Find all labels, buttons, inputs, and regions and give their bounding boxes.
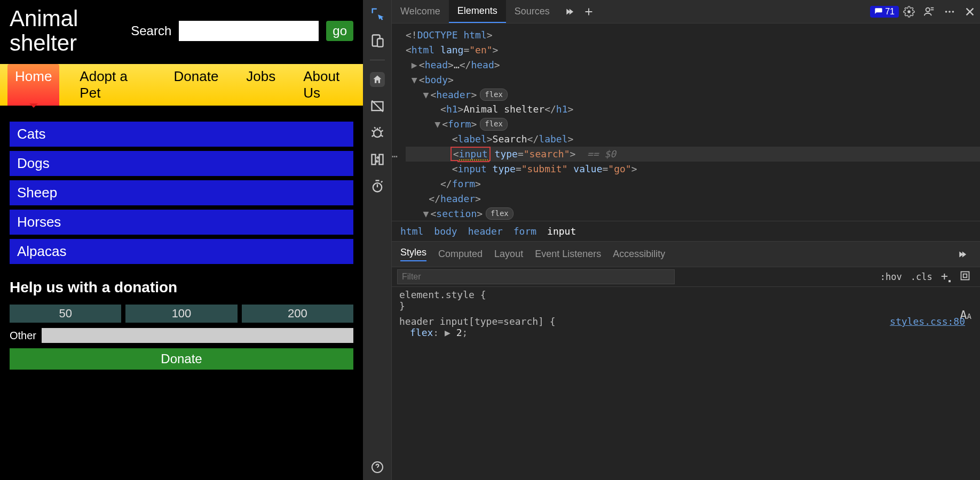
settings-icon[interactable] — [903, 6, 915, 18]
selected-node[interactable]: … <input type="search"> == $0 — [406, 147, 980, 162]
donation-amounts: 50 100 200 — [10, 305, 353, 323]
dom-tree[interactable]: <!DOCTYPE html> <html lang="en"> ▶<head>… — [392, 23, 980, 221]
tool-strip — [363, 0, 392, 480]
source-link[interactable]: styles.css:80 — [890, 316, 965, 327]
bug-icon[interactable] — [370, 125, 385, 140]
stab-styles[interactable]: Styles — [400, 247, 426, 261]
devtools-tabs: Welcome Elements Sources 71 — [392, 0, 980, 23]
home-icon[interactable] — [370, 72, 385, 87]
svg-point-10 — [945, 11, 947, 13]
donation-100[interactable]: 100 — [125, 305, 237, 323]
box-model-icon[interactable] — [960, 270, 970, 283]
stab-computed[interactable]: Computed — [438, 249, 483, 260]
tile-sheep[interactable]: Sheep — [10, 180, 353, 205]
breadcrumb: html body header form input — [392, 221, 980, 241]
donation-section: Help us with a donation 50 100 200 Other… — [0, 269, 363, 379]
tile-alpacas[interactable]: Alpacas — [10, 239, 353, 264]
go-button[interactable]: go — [326, 21, 353, 41]
more-styles-tabs-icon[interactable] — [955, 249, 967, 260]
svg-point-3 — [374, 130, 381, 137]
tab-welcome[interactable]: Welcome — [392, 1, 449, 22]
nav-about[interactable]: About Us — [296, 64, 363, 106]
svg-rect-1 — [377, 39, 383, 47]
cls-button[interactable]: .cls — [911, 271, 932, 282]
devtools-main: Welcome Elements Sources 71 <!DOCTYPE ht… — [392, 0, 980, 480]
issues-count: 71 — [885, 7, 895, 17]
svg-point-11 — [949, 11, 951, 13]
more-tabs-icon[interactable] — [563, 6, 574, 18]
svg-point-9 — [926, 7, 930, 11]
swap-icon[interactable] — [370, 152, 385, 167]
other-input[interactable] — [42, 328, 353, 343]
more-icon[interactable] — [944, 6, 955, 18]
tab-sources[interactable]: Sources — [506, 1, 558, 22]
inspect-icon[interactable] — [370, 6, 385, 21]
page-title: Animal shelter — [10, 6, 131, 55]
feedback-icon[interactable] — [923, 6, 935, 18]
nav-jobs[interactable]: Jobs — [239, 64, 283, 106]
separator — [370, 60, 385, 60]
svg-rect-14 — [963, 274, 967, 278]
tile-cats[interactable]: Cats — [10, 122, 353, 147]
other-label: Other — [10, 330, 36, 342]
donation-other-row: Other — [10, 328, 353, 343]
stab-accessibility[interactable]: Accessibility — [613, 249, 665, 260]
rendered-page: Animal shelter Search go Home Adopt a Pe… — [0, 0, 363, 480]
search-label: Search — [131, 23, 171, 38]
svg-rect-4 — [372, 155, 375, 165]
image-off-icon[interactable] — [370, 99, 385, 114]
hov-button[interactable]: :hov — [880, 271, 902, 282]
svg-point-12 — [952, 11, 954, 13]
nav-adopt[interactable]: Adopt a Pet — [72, 64, 153, 106]
help-icon[interactable] — [371, 461, 384, 474]
tab-elements[interactable]: Elements — [449, 0, 506, 23]
device-icon[interactable] — [370, 33, 385, 48]
add-tab-icon[interactable] — [583, 6, 595, 18]
close-icon[interactable] — [964, 6, 976, 18]
svg-point-8 — [907, 10, 911, 13]
styles-tabs: Styles Computed Layout Event Listeners A… — [392, 241, 980, 267]
devtools: Welcome Elements Sources 71 <!DOCTYPE ht… — [363, 0, 980, 480]
svg-rect-5 — [379, 155, 383, 165]
crumb-html[interactable]: html — [400, 226, 423, 237]
page-header: Animal shelter Search go — [0, 0, 363, 64]
svg-rect-13 — [961, 272, 969, 280]
crumb-input[interactable]: input — [547, 226, 576, 237]
donation-heading: Help us with a donation — [10, 279, 353, 296]
timer-icon[interactable] — [370, 179, 385, 194]
new-rule-icon[interactable]: +▪ — [941, 269, 951, 284]
tile-horses[interactable]: Horses — [10, 210, 353, 235]
issues-chip[interactable]: 71 — [870, 6, 899, 18]
nav-donate[interactable]: Donate — [167, 64, 226, 106]
main-nav: Home Adopt a Pet Donate Jobs About Us — [0, 64, 363, 106]
donation-50[interactable]: 50 — [10, 305, 121, 323]
tile-dogs[interactable]: Dogs — [10, 151, 353, 176]
crumb-form[interactable]: form — [513, 226, 536, 237]
content: Cats Dogs Sheep Horses Alpacas — [0, 106, 363, 269]
crumb-header[interactable]: header — [468, 226, 503, 237]
styles-filter-input[interactable] — [397, 269, 675, 284]
stab-layout[interactable]: Layout — [494, 249, 523, 260]
nav-home[interactable]: Home — [7, 64, 59, 106]
tile-list: Cats Dogs Sheep Horses Alpacas — [10, 122, 353, 264]
styles-pane[interactable]: element.style { } AA styles.css:80 heade… — [392, 287, 980, 480]
styles-filter-row: :hov .cls +▪ — [392, 267, 980, 287]
search-input[interactable] — [179, 21, 319, 41]
donate-button[interactable]: Donate — [10, 348, 353, 370]
donation-200[interactable]: 200 — [242, 305, 353, 323]
stab-listeners[interactable]: Event Listeners — [535, 249, 601, 260]
crumb-body[interactable]: body — [434, 226, 457, 237]
